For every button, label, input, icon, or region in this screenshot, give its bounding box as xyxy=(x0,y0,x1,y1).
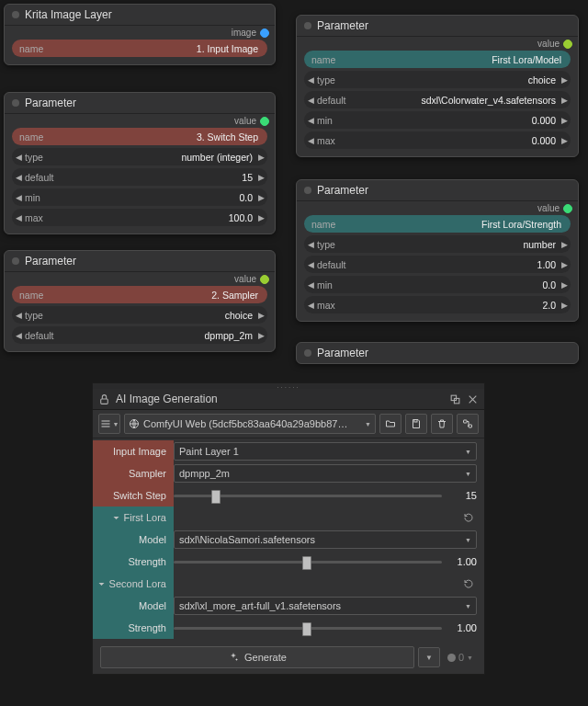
svg-rect-0 xyxy=(101,398,108,403)
seed-widget[interactable]: 0 ▼ xyxy=(444,652,477,663)
chevron-down-icon: ▼ xyxy=(467,655,473,661)
chevron-down-icon xyxy=(97,580,106,588)
group-second-lora[interactable]: Second Lora xyxy=(93,573,174,595)
float-icon[interactable] xyxy=(449,393,461,405)
field-default[interactable]: ◀default1.00▶ xyxy=(304,256,571,273)
cap-first-lora-model: Model xyxy=(93,529,174,551)
port-label: value xyxy=(234,116,256,126)
generate-options-button[interactable]: ▼ xyxy=(418,647,440,667)
node-parameter-lora-strength[interactable]: Parameter value nameFirst Lora/Strength … xyxy=(296,179,579,322)
collapse-dot[interactable] xyxy=(12,99,19,107)
port-value[interactable] xyxy=(260,275,269,284)
node-header[interactable]: Krita Image Layer xyxy=(5,5,275,26)
node-header[interactable]: Parameter xyxy=(5,93,275,114)
select-sampler[interactable]: dpmpp_2m▼ xyxy=(174,464,477,483)
field-max[interactable]: ◀max100.0▶ xyxy=(12,209,267,226)
field-type[interactable]: ◀typechoice▶ xyxy=(12,306,267,324)
nodes-button[interactable] xyxy=(457,414,479,434)
collapse-dot[interactable] xyxy=(12,11,19,18)
workspace-combo[interactable]: ComfyUI Web (5dcf5bc83aa640a29a9bb87… ▼ xyxy=(124,414,376,434)
close-icon[interactable] xyxy=(467,393,479,405)
menu-button[interactable]: ▼ xyxy=(98,414,120,434)
field-min[interactable]: ◀min0.000▶ xyxy=(304,111,571,129)
node-parameter-switch-step[interactable]: Parameter value name3. Switch Step ◀type… xyxy=(4,92,276,234)
svg-rect-7 xyxy=(414,420,417,423)
svg-rect-3 xyxy=(101,421,109,422)
save-button[interactable] xyxy=(405,414,427,434)
field-min[interactable]: ◀min0.0▶ xyxy=(304,276,571,293)
node-parameter-extra[interactable]: Parameter xyxy=(296,342,579,364)
node-parameter-lora-model[interactable]: Parameter value nameFirst Lora/Model ◀ty… xyxy=(296,15,579,157)
slider-second-lora-strength[interactable] xyxy=(174,620,442,636)
field-type[interactable]: ◀typenumber▶ xyxy=(304,235,571,253)
field-default[interactable]: ◀default15▶ xyxy=(12,168,267,186)
globe-icon xyxy=(129,418,140,429)
cap-first-lora-strength: Strength xyxy=(93,551,174,573)
node-title: Krita Image Layer xyxy=(25,8,112,21)
cap-switch-step: Switch Step xyxy=(93,484,174,507)
reset-second-lora[interactable] xyxy=(460,575,477,592)
seed-dot-icon xyxy=(447,654,456,662)
slider-switch-step[interactable] xyxy=(174,487,442,504)
dock-titlebar[interactable]: AI Image Generation xyxy=(93,389,484,410)
port-label: image xyxy=(232,28,256,38)
port-value[interactable] xyxy=(563,204,572,213)
field-default[interactable]: ◀defaultsdxl\Colorwater_v4.safetensors▶ xyxy=(304,91,571,108)
svg-rect-9 xyxy=(469,425,472,427)
field-type[interactable]: ◀typenumber (integer)▶ xyxy=(12,148,267,165)
value-switch-step: 15 xyxy=(446,490,477,501)
select-input-image[interactable]: Paint Layer 1▼ xyxy=(174,442,477,461)
group-first-lora[interactable]: First Lora xyxy=(93,507,174,529)
seed-value: 0 xyxy=(458,652,464,663)
field-type[interactable]: ◀typechoice▶ xyxy=(304,71,571,88)
field-min[interactable]: ◀min0.0▶ xyxy=(12,188,267,206)
select-second-lora-model[interactable]: sdxl\xl_more_art-full_v1.safetensors▼ xyxy=(174,597,477,615)
generate-row: Generate ▼ 0 ▼ xyxy=(93,641,484,674)
field-name[interactable]: nameFirst Lora/Strength xyxy=(304,215,571,233)
port-value[interactable] xyxy=(260,117,269,126)
port-image[interactable] xyxy=(260,28,269,38)
chevron-down-icon: ▼ xyxy=(465,449,471,455)
field-name[interactable]: nameFirst Lora/Model xyxy=(304,51,571,68)
output-port-row: image xyxy=(5,26,275,40)
node-parameter-sampler[interactable]: Parameter value name2. Sampler ◀typechoi… xyxy=(4,250,276,352)
field-name[interactable]: name1. Input Image xyxy=(12,40,267,57)
arrow-right-icon[interactable]: ▶ xyxy=(254,153,267,162)
node-krita-image-layer[interactable]: Krita Image Layer image name1. Input Ima… xyxy=(4,4,276,65)
field-value: 1. Input Image xyxy=(47,43,260,54)
field-name[interactable]: name3. Switch Step xyxy=(12,128,267,145)
field-default[interactable]: ◀defaultdpmpp_2m▶ xyxy=(12,326,267,344)
dock-title-text: AI Image Generation xyxy=(116,393,218,405)
workspace-name: ComfyUI Web (5dcf5bc83aa640a29a9bb87… xyxy=(143,418,361,429)
node-title: Parameter xyxy=(25,97,76,109)
delete-button[interactable] xyxy=(431,414,453,434)
output-port-row: value xyxy=(5,114,275,128)
chevron-down-icon xyxy=(112,514,120,522)
svg-rect-4 xyxy=(101,424,109,425)
field-name[interactable]: name2. Sampler xyxy=(12,286,267,303)
node-header[interactable]: Parameter xyxy=(5,251,275,272)
svg-rect-8 xyxy=(464,420,468,423)
sparkle-icon xyxy=(228,652,239,663)
field-label: name xyxy=(12,43,47,54)
open-folder-button[interactable] xyxy=(379,414,401,434)
slider-first-lora-strength[interactable] xyxy=(174,553,442,570)
dock-body: Input ImagePaint Layer 1▼ Samplerdpmpp_2… xyxy=(93,438,484,641)
node-title: Parameter xyxy=(25,255,76,268)
cap-second-lora-model: Model xyxy=(93,595,174,617)
select-first-lora-model[interactable]: sdxl\NicolaSamori.safetensors▼ xyxy=(174,530,477,549)
port-value[interactable] xyxy=(563,40,572,49)
ai-image-generation-dock[interactable]: ······ AI Image Generation ▼ ComfyUI Web… xyxy=(92,382,485,675)
reset-first-lora[interactable] xyxy=(460,509,477,526)
field-max[interactable]: ◀max2.0▶ xyxy=(304,296,571,313)
arrow-left-icon[interactable]: ◀ xyxy=(12,153,25,162)
cap-sampler: Sampler xyxy=(93,462,174,484)
dock-toolbar: ▼ ComfyUI Web (5dcf5bc83aa640a29a9bb87… … xyxy=(93,410,484,438)
cap-input-image: Input Image xyxy=(93,440,174,462)
cap-second-lora-strength: Strength xyxy=(93,617,174,639)
field-max[interactable]: ◀max0.000▶ xyxy=(304,131,571,149)
lock-icon xyxy=(98,393,110,405)
generate-button[interactable]: Generate xyxy=(100,646,414,668)
svg-rect-5 xyxy=(101,427,109,427)
generate-label: Generate xyxy=(244,652,287,663)
